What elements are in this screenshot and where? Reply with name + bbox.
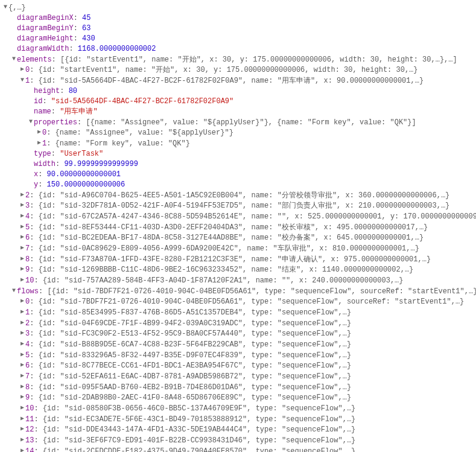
tree-row[interactable]: diagramWidth: 1168.0000000000002 [2,44,476,54]
disclosure-right-icon[interactable]: ▶ [36,138,42,148]
tree-row[interactable]: ▶6: {id: "sid-8C77BECE-CC61-4FD1-BDC1-AE… [2,360,476,371]
tree-row[interactable]: width: 99.99999999999999 [2,159,476,170]
disclosure-right-icon[interactable]: ▶ [19,413,25,424]
disclosure-right-icon[interactable]: ▶ [36,127,42,137]
disclosure-right-icon[interactable]: ▶ [19,275,25,285]
tree-row[interactable]: ▶13: {id: "sid-3EF6F7C9-ED91-401F-B22B-C… [2,435,476,446]
tree-row[interactable]: ▼1: {id: "sid-5A5664DF-4BAC-4F27-BC2F-61… [2,75,476,86]
disclosure-right-icon[interactable]: ▶ [19,307,25,317]
tree-row[interactable]: height: 80 [2,86,476,97]
tree-row[interactable]: ▶7: {id: "sid-0AC89629-E809-4056-A999-6D… [2,243,476,254]
disclosure-right-icon[interactable]: ▶ [19,317,25,328]
disclosure-right-icon[interactable]: ▶ [19,339,25,349]
tree-row[interactable]: ▶8: {id: "sid-F73A870A-1FFD-43FE-8280-F2… [2,254,476,265]
tree-row[interactable]: x: 90.00000000000001 [2,170,476,180]
tree-row[interactable]: ▼{,…} [2,2,476,13]
disclosure-right-icon[interactable]: ▶ [19,200,25,210]
disclosure-right-icon[interactable]: ▶ [19,424,25,434]
disclosure-right-icon[interactable]: ▶ [19,445,25,452]
disclosure-right-icon[interactable]: ▶ [19,349,25,360]
tree-row[interactable]: ▶5: {id: "sid-833296A5-8F32-4497-B35E-D9… [2,350,476,361]
disclosure-down-icon[interactable]: ▼ [2,2,8,12]
tree-row[interactable]: ▶2: {id: "sid-04F69CDE-7F1F-4B99-94F2-03… [2,318,476,329]
tree-row[interactable]: ▶0: {id: "sid-7BDF7F21-0726-4010-904C-04… [2,296,476,307]
tree-row[interactable]: ▶2: {id: "sid-A96C0704-B625-4EE5-A501-1A… [2,190,476,201]
json-tree: ▼{,…}diagramBeginX: 45diagramBeginY: 63d… [2,2,476,452]
tree-row[interactable]: ▶11: {id: "sid-EC3ADE7E-5F6E-43C1-BD49-7… [2,414,476,425]
tree-row[interactable]: ▶3: {id: "sid-FC3C90F2-E513-4F52-95C9-B8… [2,328,476,339]
tree-row[interactable]: ▼elements: [{id: "startEvent1", name: "开… [2,54,476,65]
tree-row[interactable]: ▼flows: [{id: "sid-7BDF7F21-0726-4010-90… [2,286,476,297]
tree-row[interactable]: ▶1: {name: "Form key", value: "QK"} [2,138,476,149]
disclosure-right-icon[interactable]: ▶ [19,403,25,413]
disclosure-right-icon[interactable]: ▶ [19,328,25,338]
tree-row[interactable]: ▶1: {id: "sid-85E34995-F837-476B-86D5-A5… [2,307,476,318]
disclosure-right-icon[interactable]: ▶ [19,392,25,402]
tree-row[interactable]: ▶14: {id: "sid-2CFDCDDE-E182-4375-9D49-7… [2,446,476,452]
disclosure-right-icon[interactable]: ▶ [19,296,25,306]
tree-row[interactable]: ▶3: {id: "sid-32DF781A-0D52-421F-A0F4-51… [2,200,476,211]
disclosure-right-icon[interactable]: ▶ [19,243,25,253]
disclosure-right-icon[interactable]: ▶ [19,381,25,392]
tree-row[interactable]: diagramHeight: 430 [2,34,476,44]
disclosure-right-icon[interactable]: ▶ [19,64,25,74]
tree-row[interactable]: diagramBeginY: 63 [2,24,476,34]
tree-row[interactable]: ▶6: {id: "sid-BC2EDEAA-BF17-48DA-8C58-31… [2,232,476,243]
disclosure-right-icon[interactable]: ▶ [19,221,25,232]
disclosure-down-icon[interactable]: ▼ [11,285,17,296]
tree-row[interactable]: diagramBeginX: 45 [2,13,476,24]
tree-row[interactable]: name: "用车申请" [2,107,476,117]
tree-row[interactable]: type: "UserTask" [2,149,476,159]
disclosure-right-icon[interactable]: ▶ [19,264,25,274]
disclosure-down-icon[interactable]: ▼ [19,75,25,85]
tree-row[interactable]: y: 150.00000000000006 [2,180,476,190]
tree-row[interactable]: ▶10: {id: "sid-757AA289-584B-4FF3-A04D-1… [2,275,476,286]
tree-row[interactable]: ▶0: {id: "startEvent1", name: "开始", x: 3… [2,65,476,75]
tree-row[interactable]: ▶8: {id: "sid-095F5AAD-B760-4EB2-B91B-7D… [2,382,476,393]
tree-row[interactable]: id: "sid-5A5664DF-4BAC-4F27-BC2F-61782F0… [2,97,476,107]
disclosure-right-icon[interactable]: ▶ [19,371,25,381]
tree-row[interactable]: ▶7: {id: "sid-52EFA611-E6AC-4DB7-8781-A9… [2,371,476,382]
disclosure-down-icon[interactable]: ▼ [11,54,17,64]
tree-row[interactable]: ▶0: {name: "Assignee", value: "${applyUs… [2,127,476,138]
disclosure-right-icon[interactable]: ▶ [19,211,25,221]
tree-row[interactable]: ▶9: {id: "sid-1269BBBB-C11C-48D6-9BE2-16… [2,264,476,275]
tree-row[interactable]: ▶9: {id: "sid-2DAB98B0-2AEC-41F0-8A48-65… [2,392,476,403]
tree-row[interactable]: ▶4: {id: "sid-67C2A57A-4247-4346-8C88-5D… [2,211,476,222]
disclosure-right-icon[interactable]: ▶ [19,360,25,370]
tree-row[interactable]: ▶12: {id: "sid-DDE43443-147A-4FD1-A33C-5… [2,424,476,435]
tree-row[interactable]: ▶10: {id: "sid-08580F3B-0656-46C0-BB5C-1… [2,403,476,414]
disclosure-right-icon[interactable]: ▶ [19,189,25,200]
tree-row[interactable]: ▶4: {id: "sid-B88B9D5E-6CA7-4C88-B23F-5F… [2,339,476,350]
disclosure-right-icon[interactable]: ▶ [19,232,25,242]
disclosure-down-icon[interactable]: ▼ [28,116,34,127]
tree-row[interactable]: ▶5: {id: "sid-8EF53444-CF11-403D-A3D0-2E… [2,222,476,233]
disclosure-right-icon[interactable]: ▶ [19,253,25,264]
tree-row[interactable]: ▼properties: [{name: "Assignee", value: … [2,117,476,128]
disclosure-right-icon[interactable]: ▶ [19,434,25,445]
